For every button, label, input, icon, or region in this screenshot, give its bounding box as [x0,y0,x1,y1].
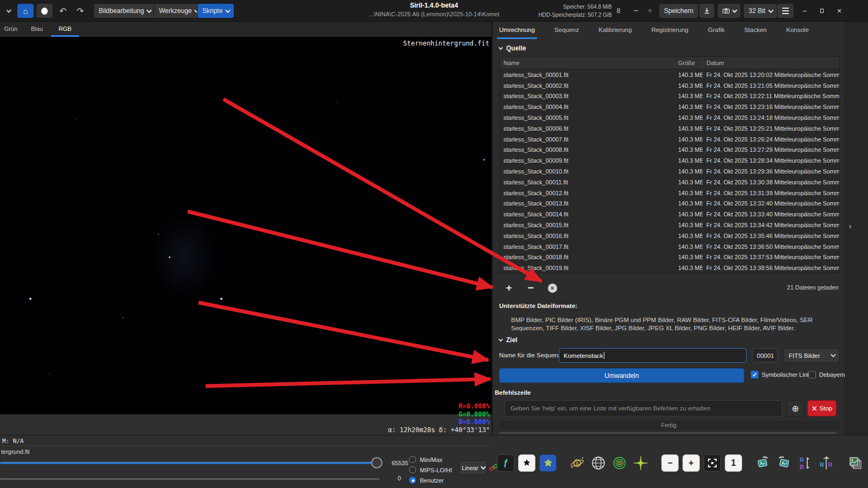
tab-stacken[interactable]: Stacken [742,24,769,38]
clear-list-button[interactable]: × [546,281,559,294]
zoom-in-button[interactable]: + [682,454,700,472]
zoom-out-button[interactable]: − [661,454,679,472]
sequence-index-input[interactable]: 00001 [752,348,778,363]
table-row[interactable]: starless_Stack_00005.fit140.3 MBFr 24. O… [500,112,839,123]
minimize-button[interactable]: − [797,3,812,18]
scale-dropdown[interactable]: Linear [459,460,487,475]
camera-dropdown-button[interactable] [717,3,741,18]
threads-value: 8 [613,3,624,18]
hamburger-menu-button[interactable] [777,3,794,18]
table-row[interactable]: starless_Stack_00002.fit140.3 MBFr 24. O… [500,80,839,91]
tab-kalibrierung[interactable]: Kalibrierung [596,24,634,38]
titlebar-chevron-button[interactable] [1,3,15,18]
radio-mips[interactable]: MIPS-LO/HI [409,466,452,473]
remove-file-button[interactable]: − [524,281,537,294]
image-canvas[interactable]: Sternenhintergrund.fit [0,37,492,414]
threads-minus-button[interactable]: − [629,3,642,18]
zoom-fit-button[interactable] [704,454,721,472]
tab-blau[interactable]: Blau [26,22,48,35]
undo-button[interactable]: ↶ [55,3,71,18]
command-input[interactable]: Geben Sie 'help' ein, um eine Liste mit … [505,400,782,416]
table-row[interactable]: starless_Stack_00016.fit140.3 MBFr 24. O… [500,230,839,241]
table-row[interactable]: starless_Stack_00001.fit140.3 MBFr 24. O… [500,69,839,80]
sequence-name-input[interactable]: Kometenstack [559,348,746,363]
command-helper-button[interactable]: ⊕ [787,400,804,416]
menu-bildbearbeitung[interactable]: Bildbearbeitung [93,3,156,18]
tab-konsole[interactable]: Konsole [784,24,811,38]
maximize-icon [820,9,824,13]
low-cutoff-slider-track[interactable] [0,478,380,480]
comet-tool-button[interactable]: $ [569,454,586,472]
column-header-name[interactable]: Name [500,57,674,69]
table-row[interactable]: starless_Stack_00003.fit140.3 MBFr 24. O… [500,91,839,102]
table-row[interactable]: starless_Stack_00012.fit140.3 MBFr 24. O… [500,188,839,198]
output-format-dropdown[interactable]: FITS Bilder [783,348,840,363]
save-button[interactable]: Speichern [659,3,699,18]
tab-gruen[interactable]: Grün [0,22,22,35]
radio-minmax[interactable]: Min/Max [409,456,443,463]
table-row[interactable]: starless_Stack_00008.fit140.3 MBFr 24. O… [500,145,839,156]
command-line-title: Befehlszeile [495,389,531,396]
column-header-date[interactable]: Datum [703,57,839,69]
target-circles-icon [612,456,627,470]
target-section-header[interactable]: Ziel [499,336,518,344]
menu-skripte[interactable]: Skripte [197,3,234,18]
threads-plus-button[interactable]: + [643,3,656,18]
sequence-list-button[interactable] [847,454,864,472]
high-cutoff-slider-track[interactable] [0,462,376,464]
sequence-row: Name für die Sequenz: Kometenstack 00001… [499,348,840,363]
stop-button[interactable]: ✕Stop [807,400,837,416]
table-row[interactable]: starless_Stack_00013.fit140.3 MBFr 24. O… [500,198,839,209]
record-button[interactable] [36,3,53,18]
home-button[interactable]: ⌂ [17,3,34,18]
photometry-target-button[interactable] [611,454,628,472]
add-files-button[interactable]: + [502,281,515,294]
radio-benutzer[interactable]: Benutzer [409,477,444,484]
table-row[interactable]: starless_Stack_00014.fit140.3 MBFr 24. O… [500,209,839,220]
table-row[interactable]: starless_Stack_00018.fit140.3 MBFr 24. O… [500,252,839,263]
high-cutoff-slider-handle[interactable] [371,457,382,468]
high-cutoff-value: 65535 [392,460,409,466]
zoom-one-button[interactable]: 1 [725,454,742,472]
table-row[interactable]: starless_Stack_00007.fit140.3 MBFr 24. O… [500,134,839,145]
tab-grafik[interactable]: Grafik [706,24,727,38]
snapshot-download-button[interactable] [699,3,715,18]
pixel-math-button[interactable]: ƒ [497,454,514,472]
tab-rgb[interactable]: RGB [54,22,76,35]
tab-sequenz[interactable]: Sequenz [552,24,581,38]
redo-button[interactable]: ↷ [73,3,88,18]
memory-label: Speicher: 564.8 MiB [538,3,612,11]
symlink-checkbox[interactable]: ✓ Symbolischer Link [751,371,810,378]
table-row[interactable]: starless_Stack_00010.fit140.3 MBFr 24. O… [500,166,839,177]
menu-werkzeuge[interactable]: Werkzeuge [154,3,203,18]
tab-umrechnung[interactable]: Umrechnung [497,24,537,38]
flip-vertical-button[interactable]: RB [796,454,814,472]
panel-expander[interactable]: › [846,202,854,251]
table-row[interactable]: starless_Stack_00004.fit140.3 MBFr 24. O… [500,101,839,112]
source-section-header[interactable]: Quelle [499,44,526,52]
rotate-left-button[interactable] [754,454,771,472]
star-mask-button[interactable] [518,454,535,472]
table-row[interactable]: starless_Stack_00019.fit140.3 MBFr 24. O… [500,262,839,273]
mask-blob-icon [522,459,531,467]
close-button[interactable]: × [832,3,846,18]
tab-registrierung[interactable]: Registrierung [649,24,691,38]
column-header-size[interactable]: Größe [674,57,703,69]
rotate-right-button[interactable] [775,454,793,472]
debayer-checkbox[interactable]: Debayern [808,371,845,378]
rotate-left-icon [756,456,770,470]
convert-button[interactable]: Umwandeln [499,368,744,383]
table-row[interactable]: starless_Stack_00006.fit140.3 MBFr 24. O… [500,123,839,134]
table-row[interactable]: starless_Stack_00011.fit140.3 MBFr 24. O… [500,177,839,188]
table-row[interactable]: starless_Stack_00009.fit140.3 MBFr 24. O… [500,155,839,166]
svg-text:B: B [800,464,804,470]
table-row[interactable]: starless_Stack_00015.fit140.3 MBFr 24. O… [500,220,839,230]
astrometry-button[interactable] [590,454,607,472]
horizontal-scrollbar[interactable] [499,432,837,434]
flip-horizontal-button[interactable]: RЯ [818,454,835,472]
star-analysis-button[interactable] [632,454,649,472]
bit-depth-dropdown[interactable]: 32 Bit [743,3,777,18]
table-row[interactable]: starless_Stack_00017.fit140.3 MBFr 24. O… [500,241,839,252]
star-detection-button[interactable] [539,454,557,472]
maximize-button[interactable] [815,3,829,18]
